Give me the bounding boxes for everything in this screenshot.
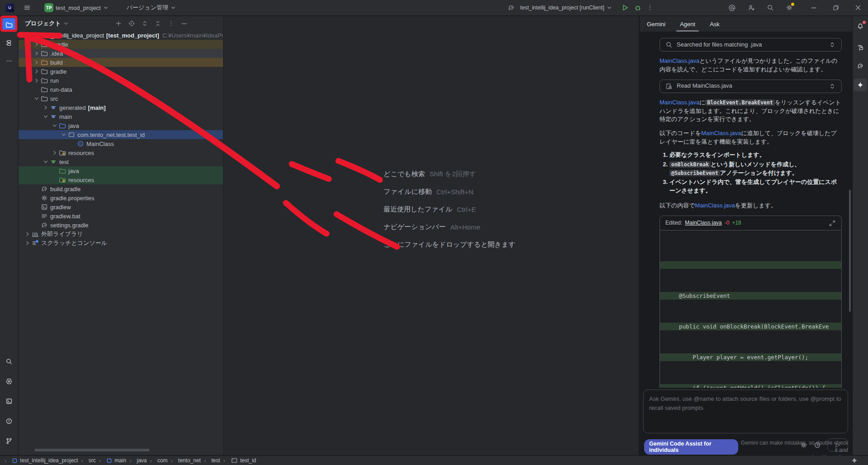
- file-link[interactable]: MainClass.java: [659, 57, 699, 64]
- chevron-right-icon[interactable]: [51, 149, 58, 156]
- assistant-steps-list: 必要なクラスをインポートします。 onBlockBreakという新しいメソッドを…: [659, 151, 842, 195]
- tree-row[interactable]: build: [19, 58, 223, 67]
- tree-row[interactable]: 外部ライブラリ: [19, 230, 223, 239]
- chevron-right-icon[interactable]: [42, 104, 49, 111]
- tree-row[interactable]: java: [19, 121, 223, 130]
- chevron-right-icon[interactable]: [24, 230, 31, 238]
- tree-row[interactable]: com.tento_net.test.test_id: [19, 130, 223, 139]
- run-button[interactable]: [621, 4, 629, 12]
- chevron-right-icon[interactable]: [33, 68, 40, 75]
- tree-row[interactable]: resources: [19, 148, 223, 157]
- chevron-down-icon[interactable]: [24, 32, 31, 39]
- vcs-widget-label: バージョン管理: [127, 4, 168, 12]
- project-widget[interactable]: TP test_mod_project: [41, 1, 112, 14]
- tree-row[interactable]: test_intellij_idea_project [test_mod_pro…: [19, 31, 223, 40]
- file-link[interactable]: MainClass.java: [659, 99, 699, 106]
- breadcrumb-item[interactable]: test_id: [223, 457, 256, 464]
- tree-row[interactable]: main: [19, 112, 223, 121]
- tree-row[interactable]: .idea: [19, 49, 223, 58]
- collapse-all-button[interactable]: [154, 20, 161, 27]
- tree-row[interactable]: スクラッチとコンソール: [19, 239, 223, 248]
- tree-row[interactable]: gradlew.bat: [19, 211, 223, 221]
- tree-row[interactable]: java: [19, 166, 223, 175]
- gemini-tab[interactable]: Gemini: [646, 17, 666, 32]
- project-panel-title[interactable]: プロジェクト: [25, 19, 61, 28]
- horizontal-scrollbar[interactable]: [34, 449, 150, 451]
- breadcrumb-item[interactable]: src: [81, 457, 95, 464]
- ai-chat-tool-button[interactable]: [854, 41, 867, 53]
- open-diff-icon[interactable]: [829, 220, 836, 227]
- tree-row[interactable]: .gradle: [19, 40, 223, 49]
- tool-call-read-card[interactable]: Read MainClass.java: [659, 80, 842, 93]
- tree-row[interactable]: settings.gradle: [19, 221, 223, 230]
- expand-icon[interactable]: [829, 83, 836, 90]
- tree-row[interactable]: gradle: [19, 67, 223, 76]
- chevron-down-icon[interactable]: [60, 131, 67, 138]
- search-tool-button[interactable]: [2, 355, 16, 368]
- code-with-me-button[interactable]: [748, 4, 755, 11]
- mention-ai-icon[interactable]: [728, 4, 736, 12]
- gemini-tab[interactable]: Agent: [679, 17, 696, 32]
- gradle-tool-window-button[interactable]: [854, 60, 867, 72]
- tree-row[interactable]: resources: [19, 175, 223, 184]
- chevron-right-icon[interactable]: [24, 240, 31, 247]
- git-tool-window-button[interactable]: [2, 434, 16, 448]
- breadcrumb-item[interactable]: main: [99, 457, 126, 464]
- breadcrumb-item[interactable]: test_intellij_idea_project: [5, 457, 78, 464]
- problems-tool-window-button[interactable]: [2, 414, 16, 428]
- chevron-right-icon[interactable]: [33, 50, 40, 57]
- window-minimize-button[interactable]: [810, 4, 817, 11]
- gemini-tool-window-button[interactable]: [854, 79, 867, 91]
- panel-options-button[interactable]: [167, 20, 175, 27]
- window-close-button[interactable]: [854, 4, 862, 11]
- file-link[interactable]: MainClass.java: [695, 202, 735, 209]
- gemini-tab[interactable]: Ask: [709, 17, 721, 32]
- expand-icon[interactable]: [829, 41, 836, 48]
- run-configuration-selector[interactable]: test_intellij_idea_project [runClient]: [519, 3, 613, 13]
- file-link[interactable]: MainClass.java: [701, 130, 741, 136]
- chevron-right-icon[interactable]: [33, 77, 40, 84]
- settings-button[interactable]: [786, 4, 793, 11]
- run-tool-window-button[interactable]: [2, 375, 16, 388]
- breadcrumb-item[interactable]: com: [150, 457, 168, 464]
- tree-row[interactable]: run-data: [19, 85, 223, 94]
- chevron-down-icon[interactable]: [33, 95, 40, 102]
- search-everywhere-button[interactable]: [767, 4, 774, 11]
- breadcrumb-item[interactable]: test: [204, 457, 220, 464]
- vcs-widget[interactable]: バージョン管理: [123, 2, 179, 14]
- chevron-down-icon[interactable]: [42, 158, 49, 165]
- tool-call-search-card[interactable]: Searched for files matching .java: [659, 38, 842, 52]
- gemini-input[interactable]: Ask Gemini, use @name to attach source f…: [643, 390, 848, 433]
- breadcrumb-item[interactable]: java: [129, 457, 147, 464]
- add-button[interactable]: [115, 20, 122, 27]
- tree-row[interactable]: build.gradle: [19, 184, 223, 193]
- tree-row[interactable]: generated [main]: [19, 103, 223, 112]
- tree-row[interactable]: run: [19, 76, 223, 85]
- more-tool-windows-button[interactable]: [2, 54, 16, 68]
- locate-file-button[interactable]: [128, 20, 135, 27]
- project-panel-header: プロジェクト: [19, 16, 223, 31]
- gemini-status-icon[interactable]: [851, 457, 858, 464]
- breadcrumb-item[interactable]: tento_net: [171, 457, 201, 464]
- tree-row[interactable]: gradle.properties: [19, 193, 223, 202]
- chevron-right-icon[interactable]: [33, 41, 40, 48]
- main-menu-button[interactable]: [20, 2, 34, 13]
- hide-panel-button[interactable]: [180, 20, 188, 27]
- more-run-options-button[interactable]: [646, 4, 654, 11]
- terminal-tool-window-button[interactable]: [2, 395, 16, 408]
- expand-all-button[interactable]: [141, 20, 148, 27]
- tree-row[interactable]: C MainClass: [19, 139, 223, 148]
- window-restore-button[interactable]: [832, 4, 840, 11]
- tree-row[interactable]: test: [19, 157, 223, 166]
- chevron-down-icon[interactable]: [51, 122, 58, 129]
- debug-button[interactable]: [634, 4, 642, 12]
- notifications-button[interactable]: [854, 20, 867, 33]
- chevron-down-icon[interactable]: [42, 113, 49, 120]
- edited-file-link[interactable]: MainClass.java: [685, 219, 721, 227]
- chat-scrollbar[interactable]: [849, 190, 851, 312]
- chevron-right-icon[interactable]: [33, 59, 40, 66]
- tree-row[interactable]: src: [19, 94, 223, 103]
- structure-tool-window-button[interactable]: [2, 36, 16, 50]
- tree-row[interactable]: gradlew: [19, 202, 223, 211]
- project-tool-window-button[interactable]: [2, 18, 16, 32]
